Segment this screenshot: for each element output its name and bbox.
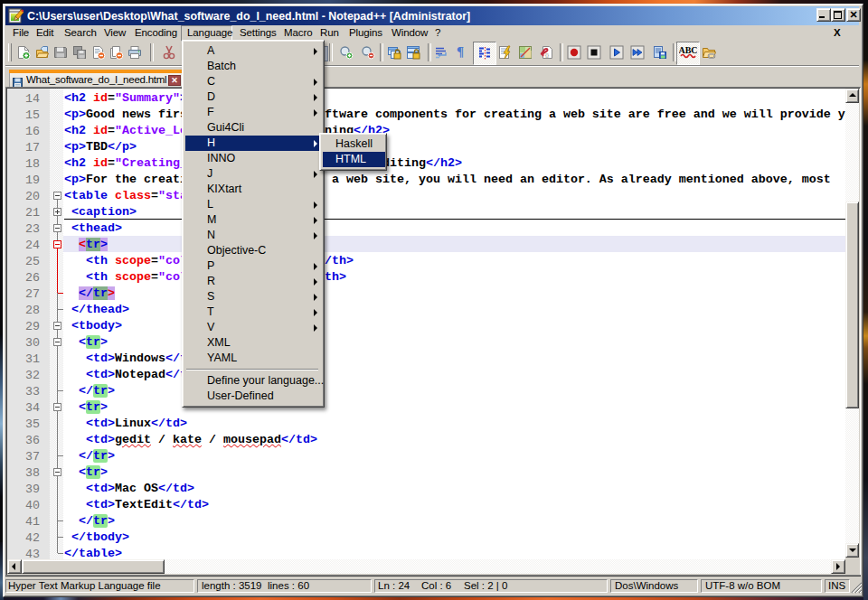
svg-text:ABC: ABC — [679, 45, 697, 55]
svg-text:{}: {} — [545, 52, 549, 58]
